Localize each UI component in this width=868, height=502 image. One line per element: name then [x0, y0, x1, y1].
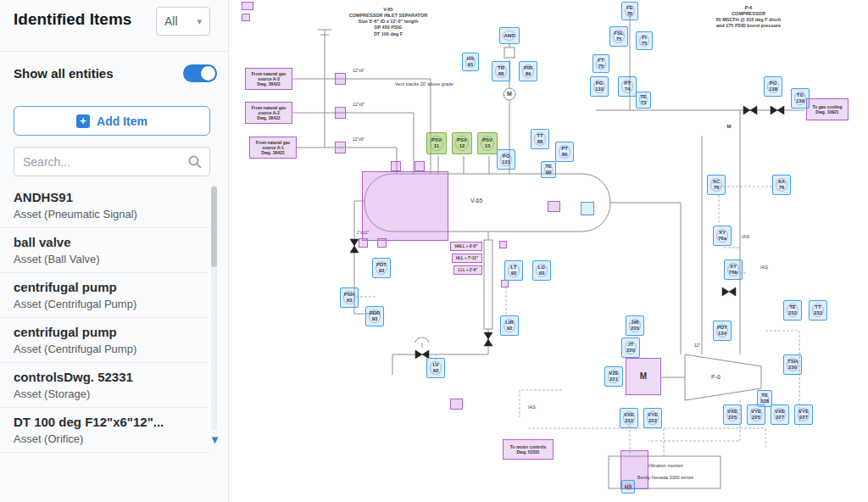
instrument-tag[interactable]: AND [499, 27, 520, 44]
instrument-tag[interactable]: TT 232 [809, 300, 827, 321]
list-item[interactable]: centrifugal pump Asset (Centrifugal Pump… [0, 273, 209, 318]
annotation-box[interactable] [499, 241, 507, 248]
annotation-box[interactable] [335, 73, 346, 85]
diagram-note[interactable]: From natural gas source A-2 Dwg. 38422 [245, 102, 292, 124]
instrument-tag[interactable]: FE 75 [621, 2, 638, 20]
identified-items-list: ANDHS91 Asset (Pneumatic Signal) ball va… [0, 183, 209, 453]
annotation-box[interactable] [335, 142, 346, 153]
instrument-tag[interactable]: JIR 220 [626, 315, 644, 336]
tag-number: 138 [769, 86, 777, 92]
tag-letters: FE [626, 5, 633, 11]
instrument-tag[interactable]: VYE 225 [747, 404, 765, 425]
instrument-tag[interactable]: TE 90 [541, 161, 556, 178]
instrument-tag[interactable]: FI 75 [636, 31, 653, 50]
list-item[interactable]: ANDHS91 Asset (Pneumatic Signal) [0, 183, 209, 228]
item-type: Asset (Centrifugal Pump) [14, 298, 195, 310]
list-item[interactable]: centrifugal pump Asset (Centrifugal Pump… [0, 318, 209, 363]
scrollbar-thumb[interactable] [211, 187, 217, 267]
annotation-box[interactable] [242, 14, 250, 21]
diagram-note[interactable]: From natural gas source A-1 Dwg. 38422 [249, 137, 297, 159]
annotation-box[interactable] [450, 399, 463, 410]
show-all-toggle[interactable] [183, 64, 217, 82]
instrument-tag[interactable]: VXE 227 [771, 404, 789, 425]
diagram-note[interactable]: From natural gas source A-3 Dwg. 38422 [245, 68, 292, 90]
instrument-tag[interactable]: VYE 222 [643, 408, 662, 428]
instrument-tag[interactable]: VXE 225 [723, 404, 742, 425]
instrument-tag[interactable]: LIR 92 [500, 315, 519, 336]
instrument-tag[interactable]: PSH 93 [340, 287, 359, 308]
instrument-tag[interactable]: XY 76b [724, 259, 743, 280]
filter-dropdown[interactable]: All ▾ [156, 7, 210, 36]
annotation-box[interactable] [242, 2, 253, 10]
diagram-label: V-65 COMPRESSOR INLET SEPARATOR Size 3'-… [308, 7, 469, 37]
instrument-tag[interactable]: PG 131 [497, 149, 515, 170]
list-item[interactable]: ball valve Asset (Ball Valve) [0, 228, 209, 273]
annotation-box[interactable] [391, 161, 401, 171]
item-type: Asset (Centrifugal Pump) [14, 343, 195, 355]
add-item-button[interactable]: + Add Item [14, 106, 210, 136]
scrollbar-track[interactable] [211, 185, 217, 431]
diagram-note[interactable]: HHLL + 9'-0" [450, 242, 482, 251]
diagram-note[interactable]: M [626, 358, 661, 395]
tag-letters: VXE [727, 409, 737, 415]
diagram-note[interactable]: To gas cooling Dwg. 10921 [806, 98, 849, 120]
diagram-note[interactable]: To motor controls Dwg. 52331 [503, 439, 554, 460]
instrument-tag[interactable]: FSL 75 [609, 26, 628, 47]
instrument-tag[interactable]: HS [621, 480, 635, 494]
app-root: Identified Items All ▾ Show all entities… [0, 0, 868, 502]
instrument-tag[interactable]: PIR 89 [519, 61, 537, 81]
diagram-note[interactable]: LLL + 2'-6" [453, 265, 482, 275]
instrument-tag[interactable]: XY 76a [713, 226, 732, 246]
instrument-tag[interactable]: PDT 134 [713, 321, 732, 341]
instrument-tag[interactable]: XC 76 [707, 175, 726, 195]
item-type: Asset (Pneumatic Signal) [14, 208, 195, 220]
list-item[interactable]: controlsDwg. 52331 Asset (Storage) [0, 363, 209, 408]
list-item[interactable]: DT 100 deg F12"x6"12"... Asset (Orifice) [0, 408, 209, 453]
instrument-tag[interactable]: PG 132 [590, 76, 609, 97]
instrument-tag[interactable]: VXE 222 [620, 408, 638, 428]
instrument-tag[interactable]: LT 92 [504, 260, 523, 281]
instrument-tag[interactable]: FT 75 [593, 54, 609, 73]
instrument-tag[interactable]: VYE 227 [794, 404, 813, 425]
annotation-box[interactable] [359, 238, 368, 248]
add-item-label: Add Item [97, 114, 147, 128]
instrument-tag[interactable]: TG 139 [791, 88, 810, 109]
instrument-tag[interactable]: PDT 93 [372, 258, 391, 278]
tag-number: 227 [776, 415, 784, 421]
instrument-tag[interactable]: XA 76 [772, 175, 791, 195]
instrument-tag[interactable]: TE 232 [783, 300, 802, 321]
instrument-tag[interactable]: PSV 13 [477, 132, 498, 154]
annotation-box[interactable] [377, 238, 387, 248]
search-input[interactable] [14, 155, 188, 169]
instrument-tag[interactable]: TE 73 [636, 92, 651, 109]
instrument-tag[interactable]: PT 89 [555, 142, 574, 162]
pid-diagram-canvas[interactable]: From natural gas source A-3 Dwg. 38422 F… [240, 0, 868, 502]
instrument-tag[interactable]: TR 88 [492, 61, 510, 81]
annotation-box[interactable] [501, 280, 509, 287]
diagram-note[interactable]: HLL + 7'-11" [452, 254, 482, 263]
scroll-down-icon[interactable]: ▼ [209, 433, 220, 446]
equipment-highlight[interactable] [362, 171, 448, 241]
instrument-tag[interactable]: JT 220 [621, 337, 640, 358]
instrument-tag[interactable]: PSV 12 [452, 132, 472, 154]
instrument-tag[interactable]: LV 92 [426, 358, 445, 378]
tag-letters: TE [789, 304, 796, 310]
tag-number: 232 [814, 310, 822, 316]
instrument-tag[interactable]: TSH 230 [783, 354, 802, 375]
annotation-box[interactable] [335, 107, 346, 119]
instrument-tag[interactable]: PSV 11 [426, 132, 447, 154]
diagram-label: V-65 [470, 197, 504, 204]
annotation-box[interactable] [548, 201, 560, 212]
instrument-tag[interactable]: VZE 221 [604, 366, 623, 387]
annotation-box[interactable] [415, 161, 425, 171]
instrument-tag[interactable]: LG 93 [532, 260, 551, 281]
instrument-tag[interactable]: TT 88 [531, 129, 549, 149]
instrument-tag[interactable]: PT 74 [618, 76, 637, 97]
annotation-box[interactable] [581, 202, 594, 215]
instrument-tag[interactable]: PDR 93 [365, 306, 384, 326]
show-all-label: Show all entities [14, 66, 114, 81]
instrument-tag[interactable]: HS 91 [462, 53, 479, 71]
instrument-tag[interactable]: PG 138 [764, 76, 782, 97]
tag-number: 93 [372, 316, 378, 322]
tag-number: 75 [616, 36, 622, 42]
